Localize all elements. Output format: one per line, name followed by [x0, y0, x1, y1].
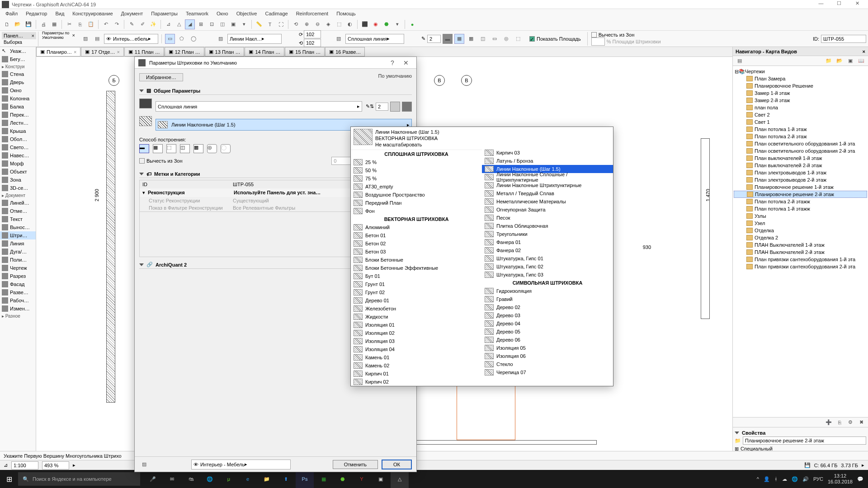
- hatch-option[interactable]: Дерево 04: [482, 319, 613, 328]
- hatch-option[interactable]: Бут 01: [351, 272, 482, 280]
- tray-lang[interactable]: РУС: [813, 476, 823, 482]
- tree-item[interactable]: План потолка 2-й этажж: [734, 198, 867, 205]
- tool10-icon[interactable]: ▾: [392, 19, 402, 29]
- yandex-icon[interactable]: Y: [353, 470, 371, 488]
- tree-item[interactable]: Планировочное решение 1-й этаж: [734, 183, 867, 191]
- snap5-icon[interactable]: ◫: [217, 19, 227, 29]
- pen-bg-icon[interactable]: ▬: [443, 34, 453, 44]
- ps-icon[interactable]: Ps: [296, 470, 314, 488]
- hatch-option[interactable]: Бетон 02: [351, 239, 482, 248]
- tree-item[interactable]: План осветительного оборудования 2-й эта: [734, 147, 867, 155]
- toolbox-item[interactable]: Дверь: [0, 78, 36, 86]
- tree-item[interactable]: План Замера: [734, 75, 867, 82]
- toolbox-item[interactable]: 3D-се…: [0, 184, 36, 192]
- hatch-option[interactable]: 75 %: [351, 174, 482, 183]
- pen-color-1[interactable]: [390, 102, 400, 112]
- line-swatch[interactable]: [139, 99, 152, 108]
- hatch-option[interactable]: Дерево 02: [482, 303, 613, 311]
- snap6-icon[interactable]: ▣: [228, 19, 238, 29]
- toolbox-item[interactable]: Зона: [0, 176, 36, 184]
- favorites-button[interactable]: Избранное…: [139, 73, 183, 81]
- hatch-option[interactable]: Гравий: [482, 295, 613, 303]
- tool2-icon[interactable]: ⊕: [302, 19, 311, 29]
- hatch-option[interactable]: Изоляция 05: [482, 344, 613, 352]
- toolbox-item[interactable]: Разрез: [0, 272, 36, 280]
- hatch-option[interactable]: Грунт 01: [351, 280, 482, 288]
- tree-item[interactable]: План электровыводов 2-й этаж: [734, 176, 867, 183]
- tray-cloud-icon[interactable]: ☁: [782, 476, 787, 482]
- toolbox-item[interactable]: Свето…: [0, 143, 36, 151]
- toolbox-item[interactable]: Стена: [0, 70, 36, 78]
- cancel-button[interactable]: Отменить: [333, 460, 378, 469]
- utorrent-icon[interactable]: μ: [220, 470, 238, 488]
- hatch-option[interactable]: Изоляция 02: [351, 329, 482, 337]
- menu-вид[interactable]: Вид: [52, 10, 68, 17]
- method-1[interactable]: ▬: [139, 144, 149, 153]
- snap1-icon[interactable]: ⊿: [163, 19, 173, 29]
- tool9-icon[interactable]: ⬣: [382, 19, 392, 29]
- tool8-icon[interactable]: ◉: [371, 19, 381, 29]
- angle-a-value[interactable]: 102: [304, 30, 321, 38]
- hatch-option[interactable]: Жидкости: [351, 313, 482, 321]
- tray-net-icon[interactable]: 🌐: [792, 476, 798, 482]
- toolbox-item[interactable]: Рабоч…: [0, 296, 36, 305]
- view-tab[interactable]: ▣12 План …: [165, 47, 204, 56]
- linetype-dropdown[interactable]: Линии Накл… ▸: [227, 34, 282, 44]
- method-2[interactable]: ▦: [153, 144, 163, 153]
- tree-item[interactable]: Замер 2-й этаж: [734, 97, 867, 104]
- opt6-icon[interactable]: ⬚: [513, 34, 523, 44]
- method-3[interactable]: ⬚: [166, 144, 176, 153]
- hatch-option[interactable]: Фанера 02: [482, 246, 613, 254]
- toolbox-item[interactable]: Крыша: [0, 127, 36, 135]
- general-section-head[interactable]: ▨ Общие Параметры: [139, 87, 412, 95]
- edit-icon[interactable]: ✐: [137, 19, 147, 29]
- tree-item[interactable]: ПЛАН Выключателей 2-й этаж: [734, 249, 867, 256]
- view-tab[interactable]: ▣11 План …: [124, 47, 164, 56]
- hatch-option[interactable]: Штукатурка, Гипс 02: [482, 263, 613, 271]
- chrome-icon[interactable]: 🌐: [201, 470, 219, 488]
- show-area-checkbox[interactable]: ✓Показать Площадь: [529, 36, 581, 42]
- start-button[interactable]: ⊞: [0, 470, 18, 488]
- hatch-option[interactable]: Песок: [482, 214, 613, 222]
- store-icon[interactable]: 🛍: [182, 470, 200, 488]
- hatch-option[interactable]: Бетон 03: [351, 248, 482, 256]
- hatch-option[interactable]: Треугольники: [482, 230, 613, 238]
- hatch-option[interactable]: AT30_empty: [351, 183, 482, 191]
- tray-people-icon[interactable]: 👤: [764, 476, 770, 482]
- toolbox-category[interactable]: ▸ Документ: [0, 192, 36, 199]
- hatch-icon[interactable]: ▨: [80, 34, 90, 44]
- toolbox-item[interactable]: Измен…: [0, 305, 36, 313]
- snap2-icon[interactable]: △: [174, 19, 184, 29]
- toolbox-item[interactable]: Бегу…: [0, 55, 36, 63]
- toolbox-category[interactable]: ▸ Конструи: [0, 63, 36, 70]
- default-link[interactable]: По умолчанию: [378, 73, 412, 81]
- tray-bt-icon[interactable]: ᚼ: [774, 476, 778, 482]
- app1-icon[interactable]: ⬆: [277, 470, 295, 488]
- hatch-option[interactable]: Блоки Бетонные Эффективные: [351, 264, 482, 272]
- snap4-icon[interactable]: ⊡: [207, 19, 217, 29]
- filltype-dropdown[interactable]: Сплошная линия ▸: [345, 34, 404, 44]
- undo-icon[interactable]: ↶: [101, 19, 111, 29]
- toolbox-item[interactable]: Поли…: [0, 256, 36, 264]
- new-icon[interactable]: 🗋: [2, 19, 12, 29]
- toolbox-item[interactable]: Линия: [0, 239, 36, 248]
- tree-item[interactable]: План потолка 2-й этаж: [734, 133, 867, 140]
- tree-item[interactable]: План потолка 1-й этажж: [734, 205, 867, 212]
- hatch-option[interactable]: Штукатурка, Гипс 03: [482, 271, 613, 279]
- toolbox-item[interactable]: Вынос…: [0, 223, 36, 231]
- hatch-option[interactable]: Изоляция 03: [351, 337, 482, 345]
- print-icon[interactable]: 🖨: [38, 19, 48, 29]
- hatch-option[interactable]: Железобетон: [351, 305, 482, 313]
- save-icon[interactable]: 💾: [24, 19, 33, 29]
- tree-item[interactable]: Свет 1: [734, 118, 867, 126]
- tree-item[interactable]: План выключателей 2-й этаж: [734, 162, 867, 169]
- menu-конструирование[interactable]: Конструирование: [69, 10, 116, 17]
- hatch-icon-2[interactable]: ▤: [92, 34, 102, 44]
- footer-layer-icon[interactable]: ▨: [139, 460, 149, 469]
- hatch-option[interactable]: Неметаллические Материалы: [482, 197, 613, 206]
- toolbox-item[interactable]: Линей…: [0, 199, 36, 207]
- layer-dropdown[interactable]: 👁 Интерь…ебель ▸: [104, 34, 158, 44]
- hatch-option[interactable]: Бетон 01: [351, 231, 482, 239]
- measure-icon[interactable]: 📏: [254, 19, 264, 29]
- tree-item[interactable]: План привязки сантехоборудования 1-й эта: [734, 256, 867, 263]
